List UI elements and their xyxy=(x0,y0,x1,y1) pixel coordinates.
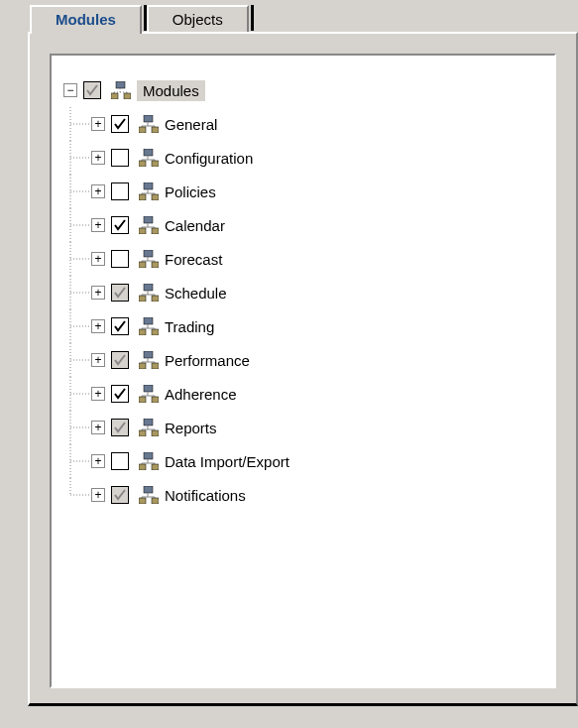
module-icon xyxy=(139,419,159,436)
tree-item: + Schedule xyxy=(63,276,542,309)
module-icon xyxy=(139,351,159,369)
svg-rect-90 xyxy=(144,419,153,425)
svg-rect-23 xyxy=(139,161,146,167)
svg-rect-105 xyxy=(152,464,159,470)
expand-icon[interactable]: + xyxy=(91,286,105,300)
tree-item-label[interactable]: Configuration xyxy=(165,150,253,167)
svg-rect-41 xyxy=(139,228,146,234)
svg-rect-45 xyxy=(144,250,153,257)
checkbox[interactable] xyxy=(111,486,129,504)
svg-rect-104 xyxy=(139,464,146,470)
svg-rect-99 xyxy=(144,452,153,459)
module-icon xyxy=(139,385,159,403)
tree-item-label[interactable]: Calendar xyxy=(165,217,225,234)
svg-rect-14 xyxy=(139,127,146,133)
svg-rect-5 xyxy=(111,93,118,99)
tree-item: + Configuration xyxy=(63,141,542,175)
tree-item-label[interactable]: General xyxy=(165,116,217,133)
svg-rect-50 xyxy=(139,262,146,268)
tree-item-label[interactable]: Forecast xyxy=(165,251,222,268)
expand-icon[interactable]: + xyxy=(91,319,105,333)
tree-item: + Forecast xyxy=(63,242,542,276)
svg-rect-36 xyxy=(144,216,153,223)
svg-rect-113 xyxy=(139,498,146,504)
tab-modules[interactable]: Modules xyxy=(30,5,142,34)
svg-rect-69 xyxy=(152,329,159,335)
tree-item-label[interactable]: Notifications xyxy=(165,487,246,504)
svg-rect-42 xyxy=(152,228,159,234)
module-icon xyxy=(139,452,159,470)
module-icon xyxy=(139,115,159,133)
svg-rect-24 xyxy=(152,161,159,167)
svg-rect-9 xyxy=(144,115,153,122)
tab-bar: Modules Objects xyxy=(30,5,578,32)
expand-icon[interactable]: + xyxy=(91,387,105,401)
svg-rect-96 xyxy=(152,430,159,436)
collapse-icon[interactable]: − xyxy=(63,83,77,97)
module-icon xyxy=(139,250,159,268)
svg-rect-33 xyxy=(152,194,159,200)
tree-item-label[interactable]: Data Import/Export xyxy=(165,453,289,470)
tree-item: + Data Import/Export xyxy=(63,444,542,478)
checkbox[interactable] xyxy=(111,351,129,369)
tree-item-label[interactable]: Policies xyxy=(165,183,216,200)
checkbox[interactable] xyxy=(111,250,129,268)
svg-rect-78 xyxy=(152,363,159,369)
tree-item-label[interactable]: Trading xyxy=(165,318,214,335)
module-icon xyxy=(139,149,159,167)
tree-item: + Trading xyxy=(63,309,542,343)
checkbox[interactable] xyxy=(111,419,129,436)
tree-item: + Calendar xyxy=(63,208,542,242)
expand-icon[interactable]: + xyxy=(91,117,105,131)
expand-icon[interactable]: + xyxy=(91,353,105,367)
tree-item: + Notifications xyxy=(63,478,542,512)
tree-container: − Modules xyxy=(50,54,556,688)
module-icon xyxy=(139,486,159,504)
svg-rect-0 xyxy=(116,81,125,88)
expand-icon[interactable]: + xyxy=(91,421,105,434)
expand-icon[interactable]: + xyxy=(91,488,105,502)
expand-icon[interactable]: + xyxy=(91,454,105,468)
tree-root-label[interactable]: Modules xyxy=(137,80,205,101)
tree-item-label[interactable]: Schedule xyxy=(165,285,227,302)
checkbox[interactable] xyxy=(111,317,129,335)
expand-icon[interactable]: + xyxy=(91,218,105,232)
checkbox[interactable] xyxy=(111,385,129,403)
expand-icon[interactable]: + xyxy=(91,151,105,165)
checkbox[interactable] xyxy=(111,284,129,302)
expand-icon[interactable]: + xyxy=(91,252,105,266)
checkbox[interactable] xyxy=(111,182,129,200)
tree-item: + Policies xyxy=(63,175,542,208)
tree-item-label[interactable]: Performance xyxy=(165,352,250,369)
svg-rect-81 xyxy=(144,385,153,392)
svg-rect-18 xyxy=(144,149,153,156)
checkbox[interactable] xyxy=(111,149,129,167)
tree-item-label[interactable]: Adherence xyxy=(165,386,237,403)
module-icon xyxy=(139,182,159,200)
svg-rect-114 xyxy=(152,498,159,504)
tab-objects[interactable]: Objects xyxy=(147,5,249,32)
tab-separator xyxy=(251,5,254,31)
module-icon xyxy=(139,284,159,302)
svg-rect-15 xyxy=(152,127,159,133)
tree-item: + General xyxy=(63,107,542,141)
tree-root: − Modules xyxy=(63,73,542,107)
svg-rect-51 xyxy=(152,262,159,268)
expand-icon[interactable]: + xyxy=(91,184,105,198)
checkbox[interactable] xyxy=(111,452,129,470)
checkbox[interactable] xyxy=(111,216,129,234)
svg-rect-6 xyxy=(124,93,131,99)
tree-item-label[interactable]: Reports xyxy=(165,420,217,436)
module-icon xyxy=(139,317,159,335)
svg-rect-63 xyxy=(144,317,153,324)
tree-item: + Performance xyxy=(63,343,542,377)
svg-rect-77 xyxy=(139,363,146,369)
svg-rect-27 xyxy=(144,182,153,189)
svg-rect-68 xyxy=(139,329,146,335)
svg-rect-54 xyxy=(144,284,153,291)
checkbox-root[interactable] xyxy=(83,81,101,99)
svg-rect-59 xyxy=(139,296,146,302)
svg-rect-86 xyxy=(139,397,146,403)
svg-rect-95 xyxy=(139,430,146,436)
checkbox[interactable] xyxy=(111,115,129,133)
